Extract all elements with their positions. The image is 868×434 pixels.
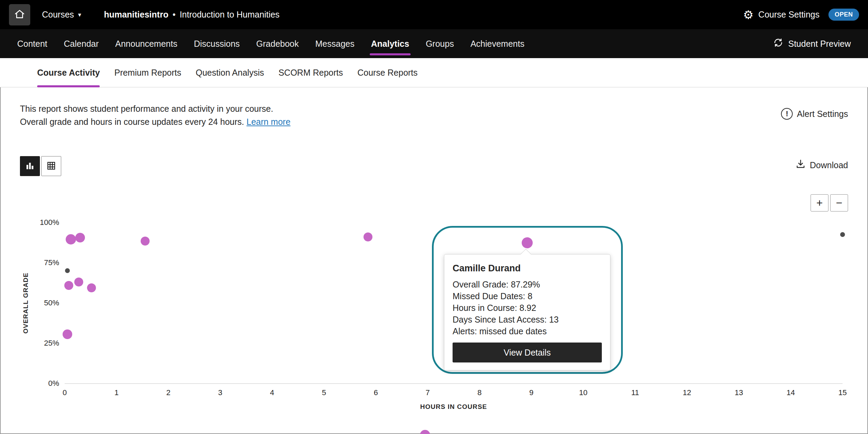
tooltip-row: Alerts: missed due dates [453, 325, 602, 337]
subtab-course-activity[interactable]: Course Activity [37, 58, 100, 87]
nav-tab-calendar[interactable]: Calendar [64, 29, 99, 58]
x-tick-label: 10 [579, 388, 587, 397]
nav-tab-messages[interactable]: Messages [315, 29, 355, 58]
student-preview-icon [773, 37, 783, 50]
student-tooltip: Camille Durand Overall Grade: 87.29%Miss… [444, 254, 610, 370]
gear-icon: ⚙ [743, 9, 753, 21]
y-axis-label: OVERALL GRADE [21, 223, 30, 384]
tooltip-row: Missed Due Dates: 8 [453, 290, 602, 302]
y-tick-label: 25% [44, 339, 59, 348]
nav-tab-analytics[interactable]: Analytics [371, 29, 409, 58]
download-label: Download [810, 160, 848, 170]
student-preview-label: Student Preview [788, 39, 851, 49]
scatter-point[interactable] [364, 232, 372, 241]
courses-dropdown-label: Courses [42, 10, 74, 20]
tooltip-row: Days Since Last Access: 13 [453, 314, 602, 325]
view-toggle [20, 156, 61, 176]
scatter-point[interactable] [75, 233, 85, 242]
scatter-point[interactable] [65, 268, 70, 273]
x-tick-label: 14 [786, 388, 795, 397]
report-description: This report shows student performance an… [20, 102, 291, 128]
x-tick-label: 15 [838, 388, 847, 397]
x-tick-label: 5 [322, 388, 326, 397]
page: Courses ▾ humanitiesintro • Introduction… [0, 0, 868, 434]
analytics-subtabs: Course ActivityPremium ReportsQuestion A… [0, 58, 868, 87]
subtab-question-analysis[interactable]: Question Analysis [196, 58, 264, 87]
home-button[interactable] [9, 4, 30, 25]
scatter-point[interactable] [141, 237, 150, 246]
view-details-button[interactable]: View Details [453, 343, 602, 362]
table-view-button[interactable] [41, 156, 61, 176]
tooltip-row: Hours in Course: 8.92 [453, 302, 602, 314]
scatter-point[interactable] [66, 234, 76, 245]
scatter-point-selected[interactable] [522, 237, 533, 248]
x-tick-label: 13 [735, 388, 743, 397]
chevron-down-icon: ▾ [78, 12, 81, 18]
y-tick-label: 75% [44, 258, 59, 267]
tooltip-row: Overall Grade: 87.29% [453, 279, 602, 290]
x-tick-label: 8 [477, 388, 481, 397]
alert-icon: ! [781, 108, 793, 120]
course-nav-items: ContentCalendarAnnouncementsDiscussionsG… [17, 29, 524, 58]
bar-chart-icon [25, 161, 35, 172]
courses-dropdown[interactable]: Courses ▾ [42, 10, 81, 20]
x-tick-label: 9 [529, 388, 533, 397]
x-tick-label: 7 [425, 388, 430, 397]
chart-view-button[interactable] [20, 156, 40, 176]
breadcrumb-course-name: Introduction to Humanities [180, 10, 279, 20]
y-tick-label: 50% [44, 299, 59, 307]
x-tick-label: 4 [270, 388, 274, 397]
breadcrumb: humanitiesintro • Introduction to Humani… [104, 10, 280, 20]
scatter-point[interactable] [64, 281, 73, 290]
subtab-premium-reports[interactable]: Premium Reports [114, 58, 181, 87]
download-icon [795, 159, 806, 171]
x-tick-label: 12 [683, 388, 691, 397]
top-bar: Courses ▾ humanitiesintro • Introduction… [0, 0, 868, 29]
scatter-point[interactable] [840, 232, 845, 237]
nav-tab-gradebook[interactable]: Gradebook [256, 29, 299, 58]
y-tick-label: 100% [40, 218, 59, 227]
scatter-point[interactable] [87, 283, 96, 292]
x-tick-label: 1 [115, 388, 119, 397]
zoom-in-button[interactable]: + [811, 194, 828, 211]
nav-tab-discussions[interactable]: Discussions [194, 29, 240, 58]
tooltip-rows: Overall Grade: 87.29%Missed Due Dates: 8… [453, 279, 602, 337]
zoom-out-button[interactable]: − [830, 194, 848, 211]
alert-settings-button[interactable]: ! Alert Settings [781, 108, 848, 120]
x-tick-label: 3 [218, 388, 222, 397]
nav-tab-groups[interactable]: Groups [426, 29, 454, 58]
subtab-scorm-reports[interactable]: SCORM Reports [279, 58, 343, 87]
student-preview-button[interactable]: Student Preview [773, 29, 851, 58]
table-grid-icon [46, 161, 56, 172]
x-tick-label: 2 [166, 388, 170, 397]
learn-more-link[interactable]: Learn more [247, 117, 291, 127]
topbar-right: ⚙ Course Settings OPEN [743, 9, 859, 21]
home-icon [14, 9, 25, 21]
x-tick-label: 0 [63, 388, 67, 397]
scatter-point[interactable] [63, 329, 72, 339]
breadcrumb-separator: • [173, 10, 176, 20]
breadcrumb-course-id: humanitiesintro [104, 10, 169, 20]
nav-tab-content[interactable]: Content [17, 29, 47, 58]
x-tick-label: 6 [374, 388, 378, 397]
download-button[interactable]: Download [795, 159, 848, 171]
x-tick-label: 11 [631, 388, 639, 397]
scatter-point[interactable] [74, 278, 83, 286]
x-axis-label: HOURS IN COURSE [65, 403, 843, 411]
y-tick-label: 0% [48, 379, 59, 388]
subtab-course-reports[interactable]: Course Reports [357, 58, 417, 87]
alert-settings-label: Alert Settings [797, 109, 848, 119]
scatter-point[interactable] [420, 430, 430, 434]
nav-tab-achievements[interactable]: Achievements [470, 29, 524, 58]
open-status-badge[interactable]: OPEN [828, 9, 859, 21]
zoom-controls: + − [811, 194, 848, 211]
nav-tab-announcements[interactable]: Announcements [115, 29, 177, 58]
tooltip-student-name: Camille Durand [453, 263, 602, 274]
course-settings-button[interactable]: Course Settings [758, 10, 820, 20]
report-description-line2: Overall grade and hours in course update… [20, 115, 291, 128]
report-description-line1: This report shows student performance an… [20, 102, 291, 115]
course-nav: ContentCalendarAnnouncementsDiscussionsG… [0, 29, 868, 58]
